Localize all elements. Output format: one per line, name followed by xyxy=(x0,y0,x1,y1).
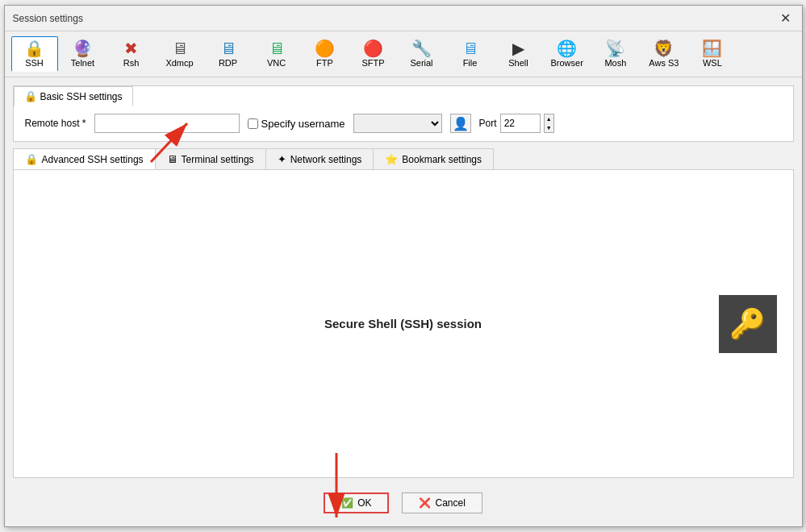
basic-settings-tab-row: 🔒 Basic SSH settings xyxy=(14,86,793,106)
ssh-label: SSH xyxy=(25,58,44,68)
close-button[interactable]: ✕ xyxy=(777,10,794,26)
title-bar: Session settings ✕ xyxy=(5,6,802,31)
protocol-browser[interactable]: 🌐 Browser xyxy=(544,36,591,72)
specify-username-group: Specify username xyxy=(248,118,345,130)
key-icon: 🔑 xyxy=(729,307,766,341)
cancel-icon: ❌ xyxy=(419,497,431,509)
bookmark-label: Bookmark settings xyxy=(402,154,482,165)
terminal-icon: 🖥 xyxy=(167,153,177,165)
protocol-ftp[interactable]: 🟠 FTP xyxy=(302,36,349,72)
protocol-shell[interactable]: ▶ Shell xyxy=(495,36,542,72)
ok-label: OK xyxy=(357,497,371,509)
browser-icon: 🌐 xyxy=(557,40,577,56)
port-increment-button[interactable]: ▲ xyxy=(545,114,553,123)
protocol-mosh[interactable]: 📡 Mosh xyxy=(592,36,639,72)
xdmcp-icon: 🖥 xyxy=(172,40,188,56)
key-icon-box: 🔑 xyxy=(719,295,777,353)
serial-label: Serial xyxy=(410,58,432,68)
xdmcp-label: Xdmcp xyxy=(165,58,193,68)
lower-section: 🔒 Advanced SSH settings 🖥 Terminal setti… xyxy=(13,148,794,478)
sftp-icon: 🔴 xyxy=(363,40,383,56)
basic-settings-tab-icon: 🔒 xyxy=(24,90,37,102)
port-spinner: ▲ ▼ xyxy=(544,114,554,133)
rdp-icon: 🖥 xyxy=(220,40,236,56)
port-label: Port xyxy=(479,118,497,129)
tab-advanced-ssh[interactable]: 🔒 Advanced SSH settings xyxy=(13,148,156,169)
ssh-session-label: Secure Shell (SSH) session xyxy=(324,317,482,330)
port-input[interactable] xyxy=(500,114,541,133)
tab-terminal[interactable]: 🖥 Terminal settings xyxy=(155,148,266,169)
file-icon: 🖥 xyxy=(462,40,478,56)
network-icon: ✦ xyxy=(278,153,286,165)
dialog-title: Session settings xyxy=(13,13,83,24)
shell-label: Shell xyxy=(508,58,528,68)
serial-icon: 🔧 xyxy=(411,40,432,56)
remote-host-label: Remote host * xyxy=(25,118,86,129)
content-area: 🔒 Basic SSH settings Remote host * Speci… xyxy=(5,77,802,526)
port-decrement-button[interactable]: ▼ xyxy=(545,123,553,132)
protocol-file[interactable]: 🖥 File xyxy=(447,36,494,72)
mosh-icon: 📡 xyxy=(605,40,625,56)
awss3-label: Aws S3 xyxy=(649,58,679,68)
session-settings-dialog: Session settings ✕ 🔒 SSH 🔮 Telnet ✖ Rsh … xyxy=(4,5,803,527)
person-icon: 👤 xyxy=(453,116,469,131)
telnet-label: Telnet xyxy=(71,58,94,68)
telnet-icon: 🔮 xyxy=(73,40,93,56)
vnc-label: VNC xyxy=(267,58,286,68)
rsh-icon: ✖ xyxy=(124,40,138,56)
footer-row: ✅ OK ❌ Cancel xyxy=(13,484,794,518)
wsl-label: WSL xyxy=(703,58,722,68)
mosh-label: Mosh xyxy=(604,58,626,68)
basic-settings-tab[interactable]: 🔒 Basic SSH settings xyxy=(14,86,133,106)
basic-settings-body: Remote host * Specify username 👤 Port ▲ xyxy=(14,106,793,141)
protocol-bar: 🔒 SSH 🔮 Telnet ✖ Rsh 🖥 Xdmcp 🖥 RDP 🖥 VNC… xyxy=(5,31,802,77)
bookmark-icon: ⭐ xyxy=(385,153,398,165)
protocol-awss3[interactable]: 🦁 Aws S3 xyxy=(641,36,687,72)
terminal-label: Terminal settings xyxy=(182,154,254,165)
main-content-panel: Secure Shell (SSH) session 🔑 xyxy=(13,169,794,478)
person-icon-button[interactable]: 👤 xyxy=(450,114,471,133)
protocol-wsl[interactable]: 🪟 WSL xyxy=(689,36,736,72)
shell-icon: ▶ xyxy=(512,40,524,56)
wsl-icon: 🪟 xyxy=(702,40,722,56)
advanced-ssh-label: Advanced SSH settings xyxy=(42,154,144,165)
remote-host-input[interactable] xyxy=(94,114,240,133)
specify-username-checkbox[interactable] xyxy=(248,118,258,129)
protocol-ssh[interactable]: 🔒 SSH xyxy=(11,36,58,72)
username-dropdown[interactable] xyxy=(353,114,442,133)
awss3-icon: 🦁 xyxy=(654,40,674,56)
network-label: Network settings xyxy=(290,154,362,165)
specify-username-label: Specify username xyxy=(261,118,345,130)
port-group: Port ▲ ▼ xyxy=(479,114,554,133)
sftp-label: SFTP xyxy=(361,58,384,68)
protocol-xdmcp[interactable]: 🖥 Xdmcp xyxy=(157,36,203,72)
browser-label: Browser xyxy=(551,58,583,68)
ssh-icon: 🔒 xyxy=(24,40,44,56)
cancel-label: Cancel xyxy=(435,497,465,509)
protocol-rdp[interactable]: 🖥 RDP xyxy=(205,36,252,72)
protocol-serial[interactable]: 🔧 Serial xyxy=(399,36,445,72)
rsh-label: Rsh xyxy=(123,58,140,68)
protocol-rsh[interactable]: ✖ Rsh xyxy=(108,36,155,72)
basic-settings-tab-label: Basic SSH settings xyxy=(40,91,123,102)
ok-button[interactable]: ✅ OK xyxy=(324,493,389,513)
file-label: File xyxy=(463,58,478,68)
protocol-vnc[interactable]: 🖥 VNC xyxy=(253,36,300,72)
ftp-label: FTP xyxy=(316,58,333,68)
basic-settings-panel: 🔒 Basic SSH settings Remote host * Speci… xyxy=(13,85,794,142)
lower-tabs-row: 🔒 Advanced SSH settings 🖥 Terminal setti… xyxy=(13,148,794,169)
vnc-icon: 🖥 xyxy=(269,40,285,56)
ftp-icon: 🟠 xyxy=(315,40,335,56)
protocol-telnet[interactable]: 🔮 Telnet xyxy=(60,36,106,72)
tab-network[interactable]: ✦ Network settings xyxy=(265,148,374,169)
tab-bookmark[interactable]: ⭐ Bookmark settings xyxy=(373,148,494,169)
ok-icon: ✅ xyxy=(341,497,353,509)
protocol-sftp[interactable]: 🔴 SFTP xyxy=(350,36,397,72)
advanced-ssh-icon: 🔒 xyxy=(25,153,38,165)
rdp-label: RDP xyxy=(219,58,237,68)
cancel-button[interactable]: ❌ Cancel xyxy=(402,493,482,513)
